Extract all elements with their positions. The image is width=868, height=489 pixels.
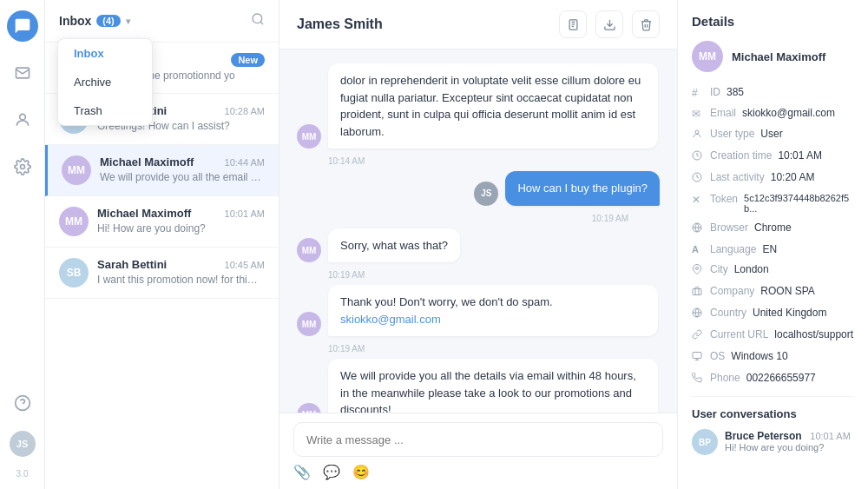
detail-row-browser: Browser Chrome: [692, 221, 854, 235]
user-avatar[interactable]: JS: [10, 431, 36, 457]
svg-point-6: [695, 130, 699, 134]
sidebar-header: Inbox (4) ▾: [45, 0, 279, 43]
language-icon: A: [692, 244, 704, 254]
sidebar: Inbox (4) ▾ Inbox Archive Trash ES Elsa …: [45, 0, 279, 489]
svg-rect-15: [693, 353, 701, 359]
download-button[interactable]: [595, 10, 623, 38]
dropdown-item-archive[interactable]: Archive: [58, 68, 152, 96]
detail-profile: MM Michael Maximoff: [692, 41, 854, 72]
detail-row-company: Company ROON SPA: [692, 285, 854, 299]
detail-value: localhost/support: [774, 328, 853, 340]
user-conv-time: 10:01 AM: [810, 431, 850, 441]
detail-label: Creation time: [710, 149, 772, 162]
detail-row-language: A Language EN: [692, 243, 854, 255]
detail-row-usertype: User type User: [692, 128, 854, 142]
phone-icon: [692, 373, 704, 386]
nav-help[interactable]: [7, 387, 38, 419]
attachment-icon[interactable]: 📎: [293, 464, 311, 480]
detail-value: 385: [727, 86, 744, 98]
detail-label: OS: [710, 350, 725, 362]
message-bubble: We will provide you all the details via …: [328, 359, 658, 413]
details-title: Details: [692, 14, 854, 29]
detail-user-avatar: MM: [692, 41, 723, 72]
message-row: MM Thank you! Don't worry, we don't do s…: [297, 285, 660, 336]
clock-icon: [692, 150, 704, 163]
svg-point-11: [696, 268, 699, 270]
nav-settings[interactable]: [7, 151, 38, 182]
nav-inbox[interactable]: [7, 57, 38, 89]
chat-actions: [559, 10, 660, 38]
emoji-icon[interactable]: 😊: [352, 464, 370, 480]
detail-value: 002266655977: [746, 372, 816, 384]
inbox-dropdown: Inbox Archive Trash: [57, 38, 153, 126]
detail-row-os: OS Windows 10: [692, 350, 854, 364]
svg-point-2: [20, 165, 24, 169]
new-badge: New: [231, 53, 265, 67]
avatar: SB: [59, 258, 89, 287]
conv-time: 10:44 AM: [225, 157, 265, 168]
conv-body: Sarah Bettini 10:45 AM I want this promo…: [97, 258, 265, 286]
detail-value: 5c12c3f9374448b8262f5b...: [744, 193, 854, 214]
conv-item-michael1[interactable]: MM Michael Maximoff 10:44 AM We will pro…: [45, 145, 279, 196]
conv-name: Michael Maximoff: [97, 207, 191, 220]
detail-value: skiokko@gmail.com: [742, 107, 835, 119]
input-icons: 📎 💬 😊: [293, 464, 663, 480]
message-time: 10:14 AM: [328, 156, 660, 166]
company-icon: [692, 286, 704, 299]
detail-value: EN: [762, 243, 777, 255]
conv-name: Sarah Bettini: [97, 258, 167, 271]
message-bubble: How can I buy the plugin?: [505, 171, 660, 206]
detail-value: Chrome: [754, 221, 792, 234]
detail-row-creation: Creation time 10:01 AM: [692, 149, 854, 163]
chevron-down-icon: ▾: [126, 17, 130, 26]
detail-label: User type: [710, 128, 754, 140]
dropdown-item-trash[interactable]: Trash: [58, 96, 152, 125]
message-bubble: Thank you! Don't worry, we don't do spam…: [328, 285, 658, 336]
user-conv-name: Bruce Peterson: [725, 430, 802, 442]
export-button[interactable]: [559, 10, 587, 38]
svg-rect-12: [693, 289, 701, 295]
email-icon: ✉: [692, 108, 704, 120]
url-icon: [692, 329, 704, 342]
nav-chat[interactable]: [7, 10, 38, 42]
detail-label: Language: [710, 243, 756, 255]
avatar: MM: [59, 207, 89, 236]
conv-preview: Hi! How are you doing?: [97, 222, 262, 235]
token-icon: ✕: [692, 194, 704, 206]
detail-row-country: Country United Kingdom: [692, 307, 854, 320]
conv-time: 10:01 AM: [225, 208, 265, 219]
emoji-chat-icon[interactable]: 💬: [323, 464, 340, 480]
conv-item-michael2[interactable]: MM Michael Maximoff 10:01 AM Hi! How are…: [45, 196, 279, 248]
user-conv-preview: Hi! How are you doing?: [725, 442, 854, 453]
nav-contacts[interactable]: [7, 104, 38, 135]
search-button[interactable]: [251, 12, 265, 30]
detail-label: City: [710, 263, 728, 275]
message-time: 10:19 AM: [297, 214, 628, 223]
conv-time: 10:45 AM: [225, 260, 265, 270]
left-nav: JS 3.0: [0, 0, 45, 489]
user-conversations-title: User conversations: [692, 407, 854, 420]
svg-point-4: [253, 14, 262, 23]
chat-input-area: 📎 💬 😊: [279, 413, 677, 489]
detail-label: Country: [710, 307, 746, 319]
detail-value: London: [734, 263, 769, 275]
inbox-dropdown-toggle[interactable]: Inbox (4) ▾: [59, 14, 130, 28]
user-type-icon: [692, 129, 704, 142]
email-link[interactable]: skiokko@gmail.com: [340, 313, 441, 326]
dropdown-item-inbox[interactable]: Inbox: [58, 39, 152, 68]
user-conv-item[interactable]: BP Bruce Peterson 10:01 AM Hi! How are y…: [692, 429, 854, 455]
message-row: MM dolor in reprehenderit in voluptate v…: [297, 63, 660, 149]
detail-row-id: # ID 385: [692, 86, 854, 99]
inbox-label: Inbox: [59, 14, 91, 28]
delete-button[interactable]: [632, 10, 660, 38]
detail-value: United Kingdom: [753, 307, 826, 319]
detail-label: Email: [710, 107, 736, 119]
detail-row-email: ✉ Email skiokko@gmail.com: [692, 107, 854, 120]
conv-preview: I want this promotion now! for this secr…: [97, 274, 262, 286]
conv-item-sarah2[interactable]: SB Sarah Bettini 10:45 AM I want this pr…: [45, 248, 279, 299]
conv-body: Michael Maximoff 10:44 AM We will provid…: [100, 155, 265, 183]
detail-label: Phone: [710, 372, 740, 384]
browser-icon: [692, 222, 704, 235]
message-input[interactable]: [293, 422, 663, 457]
conv-name: Michael Maximoff: [100, 155, 194, 169]
